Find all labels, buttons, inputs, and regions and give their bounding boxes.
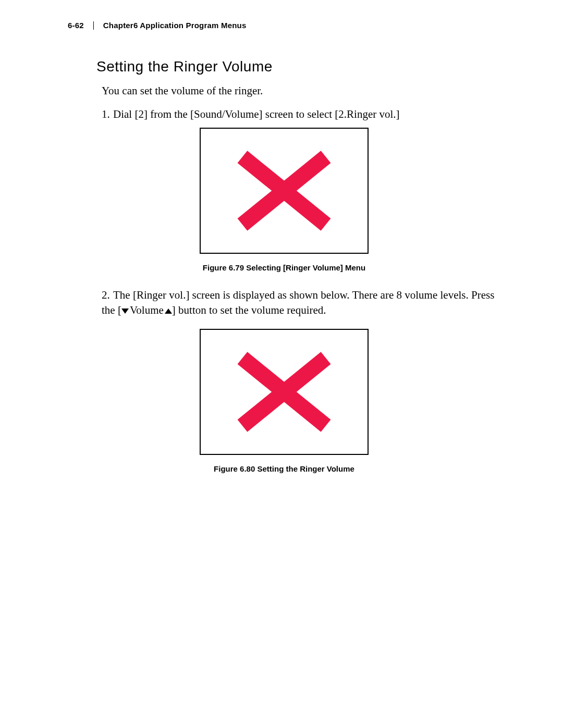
- volume-label: Volume: [130, 304, 164, 316]
- step-1: 1.Dial [2] from the [Sound/Volume] scree…: [102, 107, 500, 121]
- page-number: 6-62: [68, 21, 84, 30]
- step-number: 1.: [102, 107, 113, 121]
- volume-button-label: Volume: [121, 304, 172, 316]
- chapter-label: Chapter6 Application Program Menus: [103, 21, 247, 30]
- document-page: 6-62 Chapter6 Application Program Menus …: [0, 0, 563, 494]
- figure-2-box: [200, 329, 369, 455]
- triangle-up-icon: [165, 309, 172, 314]
- figure-1-box: [200, 128, 369, 254]
- step-1-text: Dial [2] from the [Sound/Volume] screen …: [113, 108, 400, 120]
- header-divider: [93, 21, 94, 30]
- step-2-text-b: ] button to set the volume required.: [172, 304, 326, 316]
- section-title: Setting the Ringer Volume: [96, 58, 500, 75]
- figure-1: Figure 6.79 Selecting [Ringer Volume] Me…: [68, 128, 500, 272]
- figure-2-caption: Figure 6.80 Setting the Ringer Volume: [68, 464, 500, 473]
- figure-2: Figure 6.80 Setting the Ringer Volume: [68, 329, 500, 473]
- intro-text: You can set the volume of the ringer.: [102, 84, 500, 97]
- missing-image-icon: [232, 348, 336, 436]
- triangle-down-icon: [121, 309, 129, 314]
- step-number: 2.: [102, 288, 113, 302]
- step-2: 2.The [Ringer vol.] screen is displayed …: [102, 288, 500, 317]
- page-header: 6-62 Chapter6 Application Program Menus: [68, 21, 500, 30]
- figure-1-caption: Figure 6.79 Selecting [Ringer Volume] Me…: [68, 263, 500, 272]
- missing-image-icon: [232, 146, 336, 235]
